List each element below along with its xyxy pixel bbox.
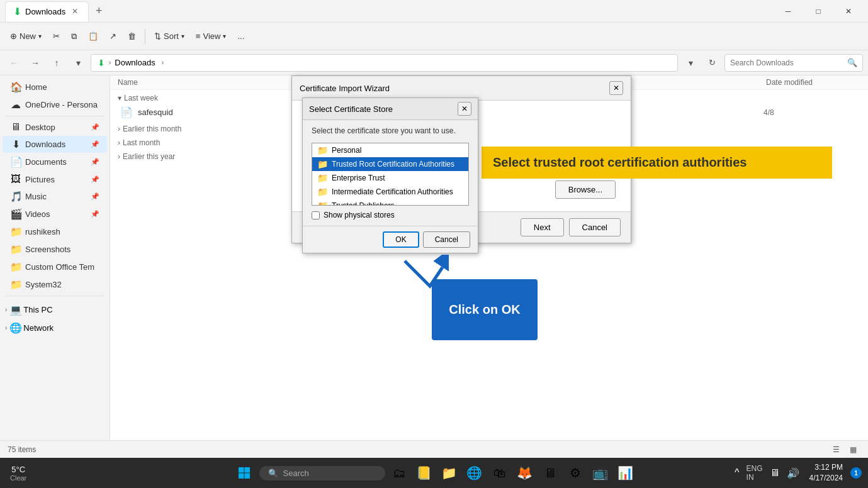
tray-lang-icon[interactable]: ENGIN xyxy=(744,463,765,483)
edge-icon: 🌐 xyxy=(466,465,482,480)
taskbar-search-label: Search xyxy=(283,469,309,478)
new-chevron-icon: ▾ xyxy=(38,33,42,40)
sidebar-item-screenshots[interactable]: 📁 Screenshots xyxy=(3,241,107,258)
cert-store-close-button[interactable]: ✕ xyxy=(458,102,471,116)
show-physical-checkbox[interactable] xyxy=(312,211,320,219)
cert-item-intermediate[interactable]: 📁 Intermediate Certification Authorities xyxy=(312,185,468,199)
sidebar-section-thispc[interactable]: › 💻 This PC xyxy=(0,299,110,317)
taskbar-edge[interactable]: 🌐 xyxy=(463,462,486,484)
grid-view-button[interactable]: ▦ xyxy=(846,444,860,455)
more-button[interactable]: ... xyxy=(232,29,249,43)
wizard-cancel-button[interactable]: Cancel xyxy=(569,218,621,236)
sidebar-section-network[interactable]: › 🌐 Network xyxy=(0,317,110,335)
cert-item-personal-label: Personal xyxy=(332,146,361,155)
sort-button[interactable]: ⇅ Sort ▾ xyxy=(149,29,189,43)
close-button[interactable]: ✕ xyxy=(834,1,863,21)
next-button[interactable]: Next xyxy=(521,218,564,236)
file-icon-safesquid: 📄 xyxy=(120,106,133,118)
sidebar-item-videos[interactable]: 🎬 Videos 📌 xyxy=(3,206,107,223)
cert-item-personal[interactable]: 📁 Personal xyxy=(312,143,468,157)
taskbar-search[interactable]: 🔍 Search xyxy=(259,466,385,480)
rdp-icon: 🖥 xyxy=(544,466,556,480)
wizard-close-button[interactable]: ✕ xyxy=(609,81,623,95)
cert-store-list[interactable]: 📁 Personal 📁 Trusted Root Certification … xyxy=(312,143,469,206)
notification-badge[interactable]: 1 xyxy=(850,467,862,479)
up-button[interactable]: ↑ xyxy=(48,54,65,72)
tray-monitor-icon[interactable]: 🖥 xyxy=(767,466,782,480)
tray-volume-icon[interactable]: 🔊 xyxy=(784,466,802,480)
sidebar-item-downloads[interactable]: ⬇ Downloads 📌 xyxy=(3,136,107,153)
cut-button[interactable]: ✂ xyxy=(48,29,65,43)
svg-rect-2 xyxy=(244,467,250,473)
tray-expand-icon[interactable]: ^ xyxy=(732,466,742,480)
new-tab-button[interactable]: + xyxy=(90,3,108,20)
copy-icon: ⧉ xyxy=(71,31,77,42)
sidebar-divider-2 xyxy=(5,296,104,296)
copy-button[interactable]: ⧉ xyxy=(66,29,82,44)
clock-time: 3:12 PM xyxy=(809,462,843,473)
sidebar-item-onedrive[interactable]: ☁ OneDrive - Persona xyxy=(3,96,107,113)
weather-widget[interactable]: 5°C Clear xyxy=(5,462,31,484)
sidebar-item-custom-office[interactable]: 📁 Custom Office Tem xyxy=(3,258,107,275)
sidebar-item-music[interactable]: 🎵 Music 📌 xyxy=(3,188,107,205)
cert-store-title: Select Certificate Store xyxy=(309,104,393,114)
sidebar-label-downloads: Downloads xyxy=(25,140,65,149)
maximize-button[interactable]: □ xyxy=(804,1,833,21)
desktop-icon: 🖥 xyxy=(10,121,21,133)
taskbar-notes[interactable]: 📒 xyxy=(413,462,436,484)
tab-close-btn[interactable]: ✕ xyxy=(69,6,81,17)
recent-button[interactable]: ▾ xyxy=(69,54,87,72)
taskbar-app10[interactable]: 📊 xyxy=(614,462,637,484)
sidebar-label-videos: Videos xyxy=(25,209,50,219)
expand-button[interactable]: ▾ xyxy=(682,54,699,72)
sidebar-item-system32[interactable]: 📁 System32 xyxy=(3,276,107,293)
browse-button[interactable]: Browse... xyxy=(555,180,616,199)
sidebar-item-pictures[interactable]: 🖼 Pictures 📌 xyxy=(3,171,107,187)
address-input[interactable]: ⬇ › Downloads › xyxy=(91,54,678,72)
paste-icon: 📋 xyxy=(88,31,98,41)
cert-store-cancel-button[interactable]: Cancel xyxy=(423,231,470,248)
sort-icon: ⇅ xyxy=(154,31,161,41)
ok-button[interactable]: OK xyxy=(383,231,419,248)
cert-item-trusted-root[interactable]: 📁 Trusted Root Certification Authorities xyxy=(312,157,468,171)
weather-desc: Clear xyxy=(10,474,26,482)
taskbar-center: 🔍 Search 🗂 📒 📁 🌐 🛍 🦊 🖥 ⚙ 📺 xyxy=(232,460,637,485)
search-input[interactable] xyxy=(730,58,843,67)
sidebar-item-home[interactable]: 🏠 Home xyxy=(3,79,107,96)
section-label-earlier-this-year: Earlier this year xyxy=(123,152,175,161)
cert-item-enterprise[interactable]: 📁 Enterprise Trust xyxy=(312,171,468,185)
search-box[interactable]: 🔍 xyxy=(724,54,863,72)
back-button[interactable]: ← xyxy=(5,54,23,72)
taskbar-folder[interactable]: 📁 xyxy=(438,462,461,484)
sidebar-item-desktop[interactable]: 🖥 Desktop 📌 xyxy=(3,119,107,135)
new-button[interactable]: ⊕ New ▾ xyxy=(5,29,47,43)
list-view-button[interactable]: ☰ xyxy=(829,444,843,455)
start-button[interactable] xyxy=(232,460,257,485)
delete-button[interactable]: 🗑 xyxy=(123,29,141,43)
taskbar-file-explorer[interactable]: 🗂 xyxy=(388,462,410,484)
search-icon: 🔍 xyxy=(847,58,857,67)
taskbar-app9[interactable]: 📺 xyxy=(589,462,612,484)
cert-item-trusted-publishers[interactable]: 📁 Trusted Publishers xyxy=(312,199,468,206)
minimize-button[interactable]: ─ xyxy=(774,1,803,21)
system-clock[interactable]: 3:12 PM 4/17/2024 xyxy=(806,462,847,484)
annotation-banner: Select trusted root certification author… xyxy=(482,147,832,179)
sidebar-item-rushikesh[interactable]: 📁 rushikesh xyxy=(3,223,107,240)
explorer-tab[interactable]: ⬇ Downloads ✕ xyxy=(5,1,89,21)
cut-icon: ✂ xyxy=(53,31,60,41)
folder-icon-custom-office: 📁 xyxy=(10,261,21,273)
view-button[interactable]: ≡ View ▾ xyxy=(191,29,232,43)
taskbar-chrome[interactable]: ⚙ xyxy=(564,462,587,484)
status-bar: 75 items ☰ ▦ xyxy=(0,440,868,458)
refresh-button[interactable]: ↻ xyxy=(703,54,721,72)
taskbar-rdp[interactable]: 🖥 xyxy=(539,462,561,484)
col-date-header: Date modified xyxy=(766,78,860,87)
share-button[interactable]: ↗ xyxy=(104,29,121,43)
taskbar-browser[interactable]: 🦊 xyxy=(514,462,536,484)
weather-temp: 5°C xyxy=(11,465,25,474)
window-controls: ─ □ ✕ xyxy=(774,1,863,21)
forward-button[interactable]: → xyxy=(26,54,44,72)
paste-button[interactable]: 📋 xyxy=(83,29,103,43)
taskbar-store[interactable]: 🛍 xyxy=(488,462,511,484)
sidebar-item-documents[interactable]: 📄 Documents 📌 xyxy=(3,153,107,170)
